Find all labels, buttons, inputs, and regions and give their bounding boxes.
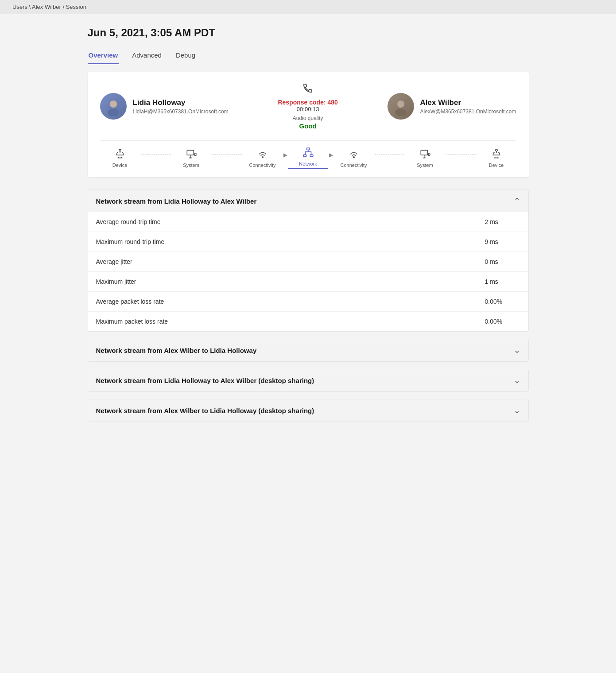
row-value: 0.00% [485,318,520,325]
chevron-down-icon: ⌄ [514,406,520,415]
avatar-alex [387,93,414,120]
icon-network-center[interactable]: Network [288,147,328,169]
tab-debug[interactable]: Debug [175,49,196,64]
svg-point-5 [119,149,120,151]
arrow-left: ▶ [283,152,287,164]
network-stream-2-header[interactable]: Network stream from Alex Wilber to Lidia… [88,339,528,361]
svg-rect-9 [306,148,310,150]
icon-connectivity-left-label: Connectivity [249,162,276,168]
call-duration: 00:00:13 [229,106,387,112]
row-label: Maximum jitter [96,278,485,285]
network-stream-1-title: Network stream from Lidia Holloway to Al… [96,197,257,205]
chevron-up-icon: ⌃ [514,196,520,206]
avatar-lidia-image [104,97,123,116]
call-card: Lidia Holloway LidiaH@M365x607381.OnMicr… [88,72,529,177]
network-stream-3-header[interactable]: Network stream from Lidia Holloway to Al… [88,369,528,391]
svg-point-4 [395,108,407,116]
network-stream-2-block: Network stream from Alex Wilber to Lidia… [88,339,529,362]
response-code: Response code: 480 [229,99,387,106]
table-row: Maximum packet loss rate 0.00% [88,311,528,331]
call-icons-row: Device System Connectivity ▶ [100,140,516,169]
icon-system-left[interactable]: System [171,148,211,168]
page-date: Jun 5, 2021, 3:05 AM PDT [88,27,529,39]
icon-device-right[interactable]: Device [477,148,516,168]
callee-party: Alex Wilber AlexW@M365x607381.OnMicrosof… [387,93,516,120]
table-row: Average jitter 0 ms [88,251,528,271]
network-stream-3-block: Network stream from Lidia Holloway to Al… [88,369,529,392]
network-stream-4-title: Network stream from Alex Wilber to Lidia… [96,407,314,414]
tab-overview[interactable]: Overview [88,49,119,64]
row-value: 1 ms [485,278,520,285]
icon-system-right[interactable]: System [405,148,445,168]
audio-quality-label: Audio quality [229,115,387,121]
call-center-info: Response code: 480 00:00:13 Audio qualit… [229,83,387,130]
row-label: Maximum round-trip time [96,238,485,245]
icon-device-right-label: Device [489,162,504,168]
caller-email: LidiaH@M365x607381.OnMicrosoft.com [133,108,229,115]
svg-rect-7 [194,153,196,155]
icon-connectivity-right[interactable]: Connectivity [334,148,374,168]
phone-icon [229,83,387,96]
svg-point-3 [397,101,404,108]
network-stream-4-header[interactable]: Network stream from Alex Wilber to Lidia… [88,399,528,422]
avatar-lidia [100,93,127,120]
svg-point-12 [353,157,354,158]
icon-device-left-label: Device [112,162,128,168]
row-label: Average round-trip time [96,218,485,225]
row-value: 0.00% [485,298,520,305]
caller-name: Lidia Holloway [133,98,229,107]
network-stream-1-content: Average round-trip time 2 ms Maximum rou… [88,212,528,331]
row-value: 9 ms [485,238,520,245]
svg-rect-6 [187,150,194,155]
callee-email: AlexW@M365x607381.OnMicrosoft.com [420,108,516,115]
tabs-bar: Overview Advanced Debug [88,49,529,64]
icon-network-center-label: Network [299,161,317,166]
icon-system-right-label: System [417,162,433,168]
svg-rect-14 [428,153,430,155]
callee-info: Alex Wilber AlexW@M365x607381.OnMicrosof… [420,98,516,115]
table-row: Average round-trip time 2 ms [88,212,528,232]
svg-point-15 [495,149,497,151]
chevron-down-icon: ⌄ [514,345,520,355]
table-row: Average packet loss rate 0.00% [88,291,528,311]
icon-connectivity-left[interactable]: Connectivity [243,148,283,168]
icon-system-left-label: System [183,162,199,168]
svg-point-8 [262,157,263,158]
network-stream-3-title: Network stream from Lidia Holloway to Al… [96,377,314,384]
caller-party: Lidia Holloway LidiaH@M365x607381.OnMicr… [100,93,229,120]
table-row: Maximum round-trip time 9 ms [88,232,528,251]
table-row: Maximum jitter 1 ms [88,271,528,291]
row-value: 2 ms [485,218,520,225]
audio-quality-value: Good [229,122,387,130]
network-stream-4-block: Network stream from Alex Wilber to Lidia… [88,399,529,422]
svg-point-0 [110,101,117,108]
network-stream-2-title: Network stream from Alex Wilber to Lidia… [96,347,257,354]
call-parties: Lidia Holloway LidiaH@M365x607381.OnMicr… [100,83,516,130]
caller-info: Lidia Holloway LidiaH@M365x607381.OnMicr… [133,98,229,115]
svg-rect-13 [421,150,427,155]
callee-name: Alex Wilber [420,98,516,107]
tab-advanced[interactable]: Advanced [131,49,163,64]
row-label: Average jitter [96,258,485,265]
arrow-right: ▶ [329,152,333,164]
row-value: 0 ms [485,258,520,265]
row-label: Maximum packet loss rate [96,318,485,325]
network-stream-1-header[interactable]: Network stream from Lidia Holloway to Al… [88,190,528,212]
svg-rect-10 [303,155,306,156]
svg-rect-11 [310,155,313,156]
icon-device-left[interactable]: Device [100,148,140,168]
svg-point-1 [108,108,119,116]
network-stream-1-block: Network stream from Lidia Holloway to Al… [88,190,529,332]
avatar-alex-image [391,97,411,116]
row-label: Average packet loss rate [96,298,485,305]
chevron-down-icon: ⌄ [514,375,520,385]
icon-connectivity-right-label: Connectivity [341,162,367,168]
breadcrumb: Users \ Alex Wilber \ Session [0,0,616,14]
